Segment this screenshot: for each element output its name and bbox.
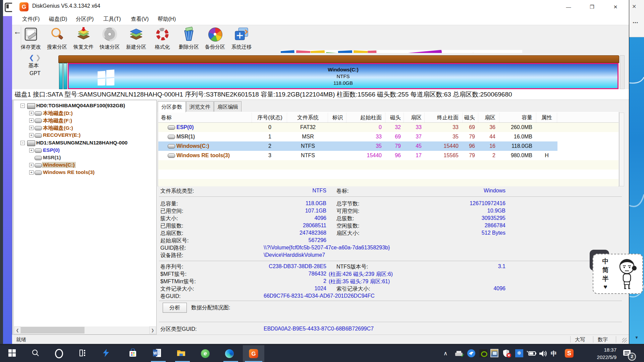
toolbar-delete-partition[interactable]: 删除分区 (176, 26, 202, 53)
tree-item-local-d[interactable]: + 本地磁盘(D:) (14, 110, 156, 117)
expander-icon[interactable]: − (20, 104, 25, 108)
taskbar-cortana-button[interactable] (51, 345, 67, 362)
scroll-left-icon[interactable]: ❮ (14, 326, 21, 334)
taskbar-task-view-button[interactable] (74, 345, 91, 362)
expander-icon[interactable]: + (29, 148, 34, 153)
nav-left-icon[interactable]: ❮ (29, 54, 34, 61)
tab-partition-params[interactable]: 分区参数 (158, 101, 186, 112)
taskbar-lightning-app[interactable] (98, 345, 114, 362)
svg-text:✓: ✓ (461, 353, 464, 358)
scrollbar-thumb[interactable] (21, 327, 85, 334)
toolbar-recover-files[interactable]: 恢复文件 (71, 26, 96, 53)
scroll-right-icon[interactable]: ❯ (149, 326, 156, 334)
partition-icon (35, 163, 42, 168)
tray-defender-icon[interactable] (502, 349, 512, 360)
table-vertical-scrollbar[interactable] (619, 113, 624, 186)
toolbar-backup-partition[interactable]: 备份分区 (202, 26, 228, 53)
tree-item-hd0[interactable]: − HD0:TOSHIBAMQ04ABF100(932GB) (14, 102, 156, 110)
partition-sliver-esp[interactable] (59, 63, 63, 89)
table-row-windows-re[interactable]: Windows RE tools(3) 3 NTFS 15440 96 17 1… (158, 151, 619, 160)
tree-item-msr[interactable]: MSR(1) (14, 154, 156, 162)
tree-item-esp[interactable]: + ESP(0) (14, 147, 156, 154)
close-button[interactable]: ✕ (610, 3, 621, 11)
tree-item-hd1[interactable]: − HD1:SAMSUNGMZNLN128HAHQ-000 (14, 139, 156, 147)
toolbar-format[interactable]: 格式化 (150, 26, 175, 53)
nav-right-icon[interactable]: ❯ (36, 54, 41, 61)
toolbar-search-partition[interactable]: 搜索分区 (44, 26, 70, 53)
resize-grip[interactable] (622, 338, 627, 343)
tree-item-windows-re[interactable]: + Windows RE tools(3) (14, 169, 156, 176)
taskbar-search-button[interactable] (28, 345, 44, 362)
tray-sogou-icon[interactable]: S (565, 349, 574, 358)
ime-cartoon-character (614, 257, 641, 292)
ime-lang-indicator[interactable]: 中 (601, 257, 609, 266)
expander-icon[interactable]: − (20, 141, 25, 145)
menu-file[interactable]: 文件(F) (20, 13, 42, 25)
sogou-ime-statusbar[interactable]: 中 简 半 ♥ (593, 254, 643, 294)
tree-item-windows-c[interactable]: + Windows(C:) (14, 162, 156, 169)
taskbar-clock[interactable]: 18:37 2022/5/9 (588, 346, 616, 361)
table-row-windows-selected[interactable]: Windows(C:) 2 NTFS 35 79 45 15440 96 16 … (158, 141, 557, 151)
tray-ime-indicator[interactable]: 中 (551, 350, 557, 358)
menu-view[interactable]: 查看(V) (129, 13, 151, 25)
expander-icon[interactable]: + (29, 163, 34, 167)
toolbar-quick-partition[interactable]: 快速分区 (97, 26, 122, 53)
ntfs-ver-label: NTFS版本号: (336, 263, 368, 270)
tree-item-local-f[interactable]: + 本地磁盘(F:) (14, 117, 156, 124)
background-close-icon[interactable]: ✕ (632, 3, 636, 10)
recover-files-icon (76, 26, 91, 42)
tree-item-local-g[interactable]: + 本地磁盘(G:) (14, 124, 156, 132)
taskbar-green-browser-button[interactable]: e (197, 345, 213, 362)
taskbar-word-button[interactable]: W (149, 345, 165, 362)
menu-help[interactable]: 帮助(H) (156, 13, 178, 25)
tray-volume-icon[interactable] (539, 350, 548, 359)
taskbar-explorer-button[interactable] (173, 345, 189, 362)
tray-intel-graphics-icon[interactable] (490, 349, 498, 357)
taskbar-diskgenius-button[interactable]: G (246, 345, 262, 362)
tray-bird-icon[interactable] (467, 349, 475, 357)
partition-block-windows-c[interactable]: Windows(C:) NTFS 118.0GB (68, 63, 619, 89)
partition-sliver-msr[interactable] (63, 63, 67, 89)
table-row-esp[interactable]: ESP(0) 0 FAT32 0 32 33 33 69 36 260.0MB (158, 123, 619, 132)
tray-expand-icon[interactable]: ∧ (443, 350, 447, 357)
tree-horizontal-scrollbar[interactable]: ❮ ❯ (14, 326, 156, 334)
menu-tools[interactable]: 工具(T) (101, 13, 123, 25)
expander-icon[interactable]: + (29, 126, 34, 130)
menu-disk[interactable]: 磁盘(D) (47, 13, 69, 25)
toolbar-new-partition[interactable]: 新建分区 (123, 26, 149, 53)
tree-item-recovery-e[interactable]: + RECOVERY(E:) (14, 132, 156, 139)
taskbar-store-button[interactable] (125, 345, 141, 362)
expander-icon[interactable]: + (29, 111, 34, 115)
disk-band[interactable] (58, 55, 619, 63)
tray-battery-icon[interactable] (527, 350, 537, 358)
status-ready: 就绪 (16, 335, 26, 344)
expander-icon[interactable]: + (29, 118, 34, 123)
toolbar-save-changes[interactable]: 保存更改 (18, 26, 44, 53)
clock-date: 2022/5/9 (588, 354, 616, 361)
table-header[interactable]: 卷标 序号(状态) 文件系统 标识 起始柱面 磁头 扇区 终止柱面 磁头 扇区 … (158, 113, 619, 123)
expander-icon[interactable]: + (29, 133, 34, 137)
ime-simplified-indicator[interactable]: 简 (601, 266, 609, 275)
partition-panel-scrollbar[interactable] (620, 55, 625, 89)
clock-time: 18:37 (588, 346, 616, 354)
maximize-button[interactable]: ❐ (586, 3, 598, 11)
toolbar-system-migrate[interactable]: 系统迁移 (229, 26, 254, 53)
menu-partition[interactable]: 分区(P) (74, 13, 96, 25)
table-row-msr[interactable]: MSR(1) 1 MSR 33 69 37 35 79 44 16.0MB (158, 132, 619, 141)
ime-halfwidth-indicator[interactable]: 半 (601, 275, 609, 283)
tray-snowflake-icon[interactable]: ❄ (515, 349, 523, 357)
minimize-button[interactable]: — (563, 3, 574, 11)
expander-icon[interactable]: + (29, 170, 34, 175)
ime-heart-icon[interactable]: ♥ (601, 283, 609, 291)
tab-browse-files[interactable]: 浏览文件 (186, 101, 214, 112)
new-partition-layers-icon (128, 26, 144, 42)
background-caret-icon[interactable]: ▼ (635, 335, 639, 340)
background-more-icon[interactable]: ⋯ (633, 19, 638, 26)
taskbar-edge-button[interactable] (221, 345, 237, 362)
tray-nvidia-icon[interactable] (479, 349, 487, 357)
tab-sector-edit[interactable]: 扇区编辑 (214, 101, 241, 112)
analyze-button[interactable]: 分析 (163, 303, 187, 313)
taskbar-start-button[interactable] (4, 345, 20, 362)
tray-printer-icon[interactable]: ✓ (454, 350, 464, 359)
partition-icon (168, 125, 175, 130)
